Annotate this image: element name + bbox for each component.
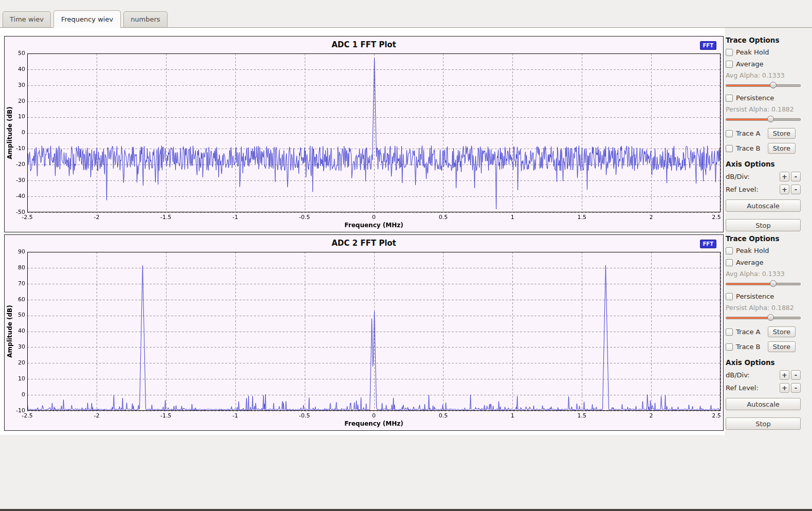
adc2-control-sidebar: Trace Options Peak Hold Average Avg Alph… [726, 234, 801, 431]
trace-options-heading: Trace Options [726, 234, 801, 243]
adc1-plot-title: ADC 1 FFT Plot [5, 40, 723, 49]
db-div-minus-button[interactable]: - [791, 172, 801, 181]
average-checkbox[interactable] [726, 61, 733, 68]
trace-a-row: Trace A Store [726, 326, 801, 337]
ref-level-plus-button[interactable]: + [780, 383, 789, 393]
persistence-checkbox[interactable] [726, 293, 733, 300]
trace-b-checkbox[interactable] [726, 343, 733, 351]
application-window: { "tabs": [ { "label": "Time wiev", "act… [0, 0, 812, 511]
persistence-label: Persistence [736, 293, 774, 300]
adc1-fft-panel: ADC 1 FFT Plot FFT [4, 36, 724, 232]
trace-b-label: Trace B [736, 144, 761, 152]
db-div-plus-button[interactable]: + [780, 370, 789, 380]
tab-bar: Time wiev Frequency wiev numbers [0, 0, 812, 28]
persist-alpha-slider[interactable] [726, 314, 801, 321]
adc1-control-sidebar: Trace Options Peak Hold Average Avg Alph… [726, 36, 801, 232]
slider-track[interactable] [726, 283, 801, 285]
trace-a-store-button[interactable]: Store [768, 326, 796, 337]
ref-level-row: Ref Level: + - [726, 185, 801, 194]
average-row: Average [726, 60, 801, 68]
autoscale-button[interactable]: Autoscale [726, 199, 801, 212]
persistence-row: Persistence [726, 94, 801, 102]
persistence-checkbox[interactable] [726, 95, 733, 102]
trace-b-row: Trace B Store [726, 143, 801, 154]
ref-level-plus-button[interactable]: + [780, 185, 789, 194]
persistence-label: Persistence [736, 94, 774, 102]
ref-level-label: Ref Level: [726, 186, 759, 193]
axis-options-heading: Axis Options [726, 160, 801, 168]
peak-hold-label: Peak Hold [736, 247, 769, 254]
trace-a-checkbox[interactable] [726, 130, 733, 137]
persist-alpha-label: Persist Alpha: 0.1882 [726, 105, 801, 113]
stop-button[interactable]: Stop [726, 417, 801, 430]
slider-knob[interactable] [770, 82, 777, 88]
content-area: ADC 1 FFT Plot FFT ADC 2 FFT Plot FFT Tr… [0, 28, 812, 509]
autoscale-button[interactable]: Autoscale [726, 398, 801, 410]
trace-a-label: Trace A [736, 130, 761, 137]
avg-alpha-slider[interactable] [726, 81, 801, 89]
average-row: Average [726, 259, 801, 266]
peak-hold-row: Peak Hold [726, 247, 801, 254]
tab-time-view[interactable]: Time wiev [3, 11, 51, 28]
trace-b-checkbox[interactable] [726, 145, 733, 152]
slider-knob[interactable] [770, 280, 777, 287]
slider-track[interactable] [726, 317, 801, 319]
stop-button[interactable]: Stop [726, 219, 801, 231]
trace-b-store-button[interactable]: Store [768, 341, 796, 352]
db-div-label: dB/Div: [726, 173, 750, 180]
window-bottom-edge [0, 509, 812, 511]
trace-b-label: Trace B [736, 343, 761, 351]
trace-b-store-button[interactable]: Store [768, 143, 796, 154]
slider-knob[interactable] [767, 116, 774, 122]
adc2-plot-title: ADC 2 FFT Plot [5, 239, 723, 248]
plots-column: ADC 1 FFT Plot FFT ADC 2 FFT Plot FFT [0, 28, 725, 435]
adc2-fft-panel: ADC 2 FFT Plot FFT [4, 234, 724, 431]
average-label: Average [736, 60, 763, 68]
db-div-row: dB/Div: + - [726, 370, 801, 380]
trace-b-row: Trace B Store [726, 341, 801, 352]
db-div-row: dB/Div: + - [726, 172, 801, 181]
trace-a-row: Trace A Store [726, 128, 801, 139]
persistence-row: Persistence [726, 293, 801, 300]
avg-alpha-label: Avg Alpha: 0.1333 [726, 71, 801, 79]
trace-a-store-button[interactable]: Store [768, 128, 796, 139]
db-div-label: dB/Div: [726, 371, 750, 379]
average-checkbox[interactable] [726, 259, 733, 266]
ref-level-row: Ref Level: + - [726, 383, 801, 393]
avg-alpha-label: Avg Alpha: 0.1333 [726, 270, 801, 278]
fft-badge: FFT [700, 41, 716, 50]
persist-alpha-slider[interactable] [726, 115, 801, 123]
db-div-minus-button[interactable]: - [791, 370, 801, 380]
slider-track[interactable] [726, 118, 801, 121]
slider-knob[interactable] [767, 314, 774, 321]
ref-level-label: Ref Level: [726, 384, 759, 392]
fft-badge: FFT [700, 240, 716, 248]
tab-numbers[interactable]: numbers [123, 11, 168, 28]
adc1-fft-plot-canvas[interactable] [5, 51, 723, 232]
peak-hold-row: Peak Hold [726, 48, 801, 56]
persist-alpha-label: Persist Alpha: 0.1882 [726, 304, 801, 312]
ref-level-minus-button[interactable]: - [791, 383, 801, 393]
trace-a-label: Trace A [736, 328, 761, 336]
slider-track[interactable] [726, 84, 801, 87]
avg-alpha-slider[interactable] [726, 280, 801, 287]
ref-level-minus-button[interactable]: - [791, 185, 801, 194]
peak-hold-checkbox[interactable] [726, 247, 733, 254]
adc2-fft-plot-canvas[interactable] [5, 249, 723, 430]
peak-hold-label: Peak Hold [736, 48, 769, 56]
db-div-plus-button[interactable]: + [780, 172, 789, 181]
trace-a-checkbox[interactable] [726, 328, 733, 336]
average-label: Average [736, 259, 763, 266]
tab-frequency-view[interactable]: Frequency wiev [53, 10, 121, 28]
trace-options-heading: Trace Options [726, 36, 801, 44]
peak-hold-checkbox[interactable] [726, 49, 733, 56]
axis-options-heading: Axis Options [726, 358, 801, 367]
